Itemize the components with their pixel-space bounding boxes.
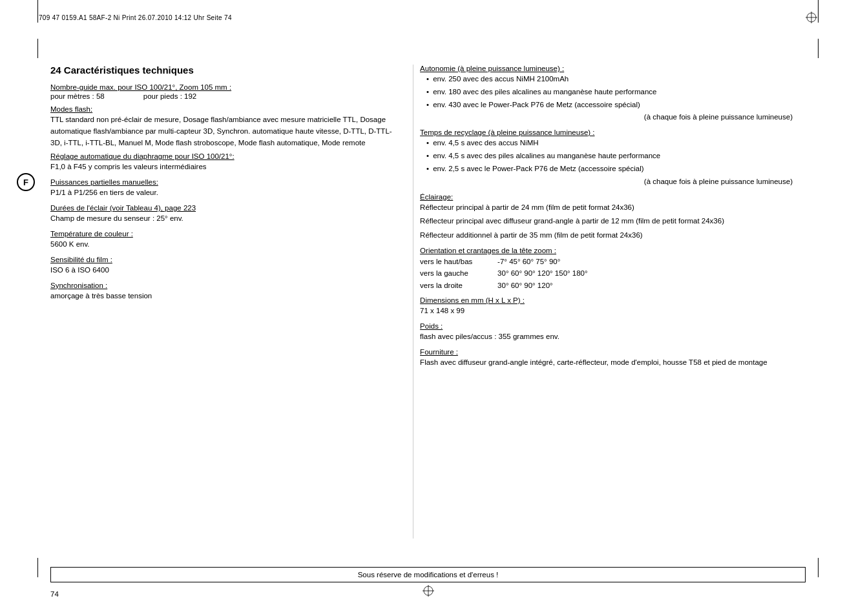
side-rule-right: [818, 39, 819, 58]
durees-label: Durées de l'éclair (voir Tableau 4), pag…: [50, 204, 393, 212]
eclairage-line-2: Réflecteur principal avec diffuseur gran…: [420, 216, 806, 227]
puissances-text: P1/1 à P1/256 en tiers de valeur.: [50, 187, 393, 199]
orient-gauche-row: vers la gauche 30° 60° 90° 120° 150° 180…: [420, 267, 806, 279]
autonomie-item-2: • env. 180 avec des piles alcalines au m…: [426, 87, 806, 98]
pour-metres: pour mètres : 58: [50, 92, 105, 100]
modes-flash-text: TTL standard non pré-éclair de mesure, D…: [50, 114, 393, 149]
side-rule-left-bottom: [37, 558, 38, 577]
reglage-label: Réglage automatique du diaphragme pour I…: [50, 152, 393, 160]
section-title: 24 Caractéristiques techniques: [50, 65, 393, 76]
main-content: F 24 Caractéristiques techniques Nombre-…: [50, 65, 806, 539]
footer-text: Sous réserve de modifications et d'erreu…: [358, 571, 499, 579]
side-rule-right-bottom: [818, 558, 819, 577]
recyclage-item-1: • env. 4,5 s avec des accus NiMH: [426, 138, 806, 149]
autonomie-label: Autonomie (à pleine puissance lumineuse)…: [420, 65, 806, 72]
recyclage-item-3: • env. 2,5 s avec le Power-Pack P76 de M…: [426, 163, 806, 175]
top-rule-left: [37, 0, 38, 23]
crosshair-top: [806, 12, 817, 23]
left-column: F 24 Caractéristiques techniques Nombre-…: [50, 65, 413, 539]
f-label: F: [17, 173, 35, 191]
temperature-label: Température de couleur :: [50, 230, 393, 238]
orient-gauche-values: 30° 60° 90° 120° 150° 180°: [497, 267, 588, 279]
fourniture-value: Flash avec diffuseur grand-angle intégré…: [420, 357, 806, 369]
recyclage-item-2: • env. 4,5 s avec des piles alcalines au…: [426, 150, 806, 162]
orient-droite-label: vers la droite: [420, 280, 497, 291]
page-number: 74: [50, 590, 59, 598]
orient-droite-row: vers la droite 30° 60° 90° 120°: [420, 280, 806, 291]
eclairage-label: Éclairage:: [420, 193, 806, 201]
sensibilite-label: Sensibilité du film :: [50, 256, 393, 263]
reglage-text: F1,0 à F45 y compris les valeurs intermé…: [50, 161, 393, 173]
print-header: 709 47 0159.A1 58AF-2 Ni Print 26.07.201…: [39, 12, 817, 23]
champ-value: 25° env.: [156, 214, 183, 222]
recyclage-label: Temps de recyclage (à pleine puissance l…: [420, 128, 806, 136]
recyclage-list: • env. 4,5 s avec des accus NiMH • env. …: [426, 138, 806, 174]
autonomie-list: • env. 250 avec des accus NiMH 2100mAh •…: [426, 74, 806, 110]
autonomie-item-3: • env. 430 avec le Power-Pack P76 de Met…: [426, 99, 806, 111]
autonomie-item-1: • env. 250 avec des accus NiMH 2100mAh: [426, 74, 806, 85]
autonomie-note: (à chaque fois à pleine puissance lumine…: [420, 112, 806, 123]
fourniture-label: Fourniture :: [420, 348, 806, 356]
champ-row: Champ de mesure du senseur : 25° env.: [50, 213, 393, 225]
pour-pieds: pour pieds : 192: [143, 92, 196, 100]
eclairage-line-1: Réflecteur principal à partir de 24 mm (…: [420, 202, 806, 214]
orientation-label: Orientation et crantages de la tête zoom…: [420, 247, 806, 254]
poids-label: Poids :: [420, 322, 806, 330]
dimensions-label: Dimensions en mm (H x L x P) :: [420, 296, 806, 304]
metres-pieds-row: pour mètres : 58 pour pieds : 192: [50, 92, 393, 100]
nombre-guide-label: Nombre-guide max. pour ISO 100/21°, Zoom…: [50, 83, 393, 91]
champ-label: Champ de mesure du senseur :: [50, 214, 154, 222]
synchro-value: amorçage à très basse tension: [50, 291, 393, 302]
temperature-value: 5600 K env.: [50, 239, 393, 251]
recyclage-note: (à chaque fois à pleine puissance lumine…: [420, 176, 806, 188]
footer-bar: Sous réserve de modifications et d'erreu…: [50, 567, 806, 582]
top-rule-right: [818, 0, 819, 23]
crosshair-bottom: [423, 585, 434, 598]
sensibilite-value: ISO 6 à ISO 6400: [50, 265, 393, 276]
print-header-text: 709 47 0159.A1 58AF-2 Ni Print 26.07.201…: [39, 14, 806, 21]
modes-flash-label: Modes flash:: [50, 105, 393, 113]
dimensions-value: 71 x 148 x 99: [420, 305, 806, 317]
orient-haut-row: vers le haut/bas -7° 45° 60° 75° 90°: [420, 256, 806, 267]
side-rule-left: [37, 39, 38, 58]
orientation-table: vers le haut/bas -7° 45° 60° 75° 90° ver…: [420, 256, 806, 291]
synchro-label: Synchronisation :: [50, 282, 393, 289]
poids-value: flash avec piles/accus : 355 grammes env…: [420, 331, 806, 343]
orient-haut-label: vers le haut/bas: [420, 256, 497, 267]
page-container: 709 47 0159.A1 58AF-2 Ni Print 26.07.201…: [0, 0, 856, 616]
orient-haut-values: -7° 45° 60° 75° 90°: [497, 256, 560, 267]
puissances-label: Puissances partielles manuelles:: [50, 178, 393, 186]
orient-gauche-label: vers la gauche: [420, 267, 497, 279]
right-column: Autonomie (à pleine puissance lumineuse)…: [413, 65, 806, 539]
orient-droite-values: 30° 60° 90° 120°: [497, 280, 553, 291]
eclairage-line-3: Réflecteur additionnel à partir de 35 mm…: [420, 230, 806, 241]
